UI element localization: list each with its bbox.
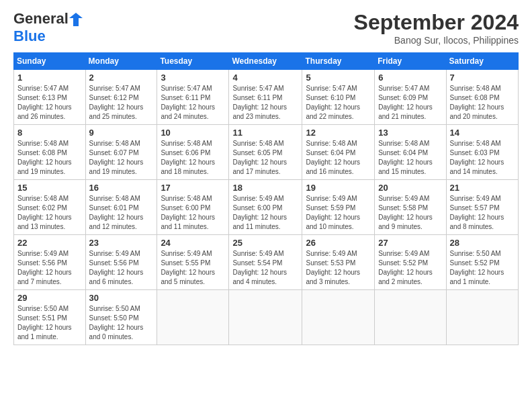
calendar-cell: 9Sunrise: 5:48 AMSunset: 6:07 PMDaylight… [85, 125, 157, 180]
calendar-row-1: 1Sunrise: 5:47 AMSunset: 6:13 PMDaylight… [14, 70, 519, 125]
day-number: 6 [378, 73, 442, 83]
calendar-cell: 20Sunrise: 5:49 AMSunset: 5:58 PMDayligh… [375, 180, 446, 235]
day-number: 1 [17, 73, 82, 83]
day-info: Sunrise: 5:50 AMSunset: 5:52 PMDaylight:… [450, 250, 504, 285]
day-info: Sunrise: 5:48 AMSunset: 6:06 PMDaylight:… [161, 140, 215, 175]
day-number: 28 [450, 238, 515, 248]
col-tuesday: Tuesday [157, 53, 229, 70]
day-info: Sunrise: 5:48 AMSunset: 6:07 PMDaylight:… [89, 140, 144, 175]
day-number: 10 [161, 128, 225, 138]
calendar-cell [446, 290, 518, 345]
day-info: Sunrise: 5:47 AMSunset: 6:12 PMDaylight:… [89, 85, 144, 120]
calendar-cell: 18Sunrise: 5:49 AMSunset: 6:00 PMDayligh… [229, 180, 302, 235]
day-number: 18 [232, 183, 298, 193]
day-number: 11 [232, 128, 298, 138]
logo-text: General Blue [13, 10, 83, 44]
day-info: Sunrise: 5:49 AMSunset: 5:56 PMDaylight:… [17, 250, 72, 285]
calendar-table: Sunday Monday Tuesday Wednesday Thursday… [13, 52, 519, 345]
day-number: 17 [161, 183, 225, 193]
calendar-cell-4: 4Sunrise: 5:47 AMSunset: 6:11 PMDaylight… [229, 70, 302, 125]
day-info: Sunrise: 5:49 AMSunset: 5:52 PMDaylight:… [378, 250, 433, 285]
col-wednesday: Wednesday [229, 53, 302, 70]
day-info: Sunrise: 5:49 AMSunset: 5:58 PMDaylight:… [378, 195, 433, 230]
day-number: 9 [89, 128, 154, 138]
calendar-cell [157, 290, 229, 345]
calendar-cell [302, 290, 375, 345]
calendar-cell: 21Sunrise: 5:49 AMSunset: 5:57 PMDayligh… [446, 180, 518, 235]
day-info: Sunrise: 5:49 AMSunset: 5:53 PMDaylight:… [306, 250, 360, 285]
day-number: 24 [161, 238, 225, 248]
calendar-cell: 12Sunrise: 5:48 AMSunset: 6:04 PMDayligh… [302, 125, 375, 180]
day-info: Sunrise: 5:48 AMSunset: 6:03 PMDaylight:… [450, 140, 504, 175]
calendar-cell: 13Sunrise: 5:48 AMSunset: 6:04 PMDayligh… [375, 125, 446, 180]
day-number: 29 [17, 293, 82, 303]
day-number: 13 [378, 128, 442, 138]
day-number: 15 [17, 183, 82, 193]
month-title: September 2024 [354, 10, 519, 35]
day-info: Sunrise: 5:47 AMSunset: 6:11 PMDaylight:… [161, 85, 215, 120]
calendar-cell: 15Sunrise: 5:48 AMSunset: 6:02 PMDayligh… [14, 180, 86, 235]
day-number: 16 [89, 183, 154, 193]
day-info: Sunrise: 5:49 AMSunset: 5:57 PMDaylight:… [450, 195, 504, 230]
calendar-cell-2: 2Sunrise: 5:47 AMSunset: 6:12 PMDaylight… [85, 70, 157, 125]
col-thursday: Thursday [302, 53, 375, 70]
calendar-cell: 11Sunrise: 5:48 AMSunset: 6:05 PMDayligh… [229, 125, 302, 180]
calendar-cell-5: 5Sunrise: 5:47 AMSunset: 6:10 PMDaylight… [302, 70, 375, 125]
calendar-cell: 16Sunrise: 5:48 AMSunset: 6:01 PMDayligh… [85, 180, 157, 235]
day-info: Sunrise: 5:48 AMSunset: 6:00 PMDaylight:… [161, 195, 215, 230]
calendar-cell: 19Sunrise: 5:49 AMSunset: 5:59 PMDayligh… [302, 180, 375, 235]
day-number: 8 [17, 128, 82, 138]
calendar-row-3: 15Sunrise: 5:48 AMSunset: 6:02 PMDayligh… [14, 180, 519, 235]
day-number: 5 [306, 73, 371, 83]
day-info: Sunrise: 5:48 AMSunset: 6:08 PMDaylight:… [450, 85, 504, 120]
day-info: Sunrise: 5:50 AMSunset: 5:51 PMDaylight:… [17, 305, 72, 340]
day-info: Sunrise: 5:48 AMSunset: 6:02 PMDaylight:… [17, 195, 72, 230]
day-number: 22 [17, 238, 82, 248]
day-info: Sunrise: 5:50 AMSunset: 5:50 PMDaylight:… [89, 305, 144, 340]
svg-marker-0 [69, 13, 83, 26]
day-number: 7 [450, 73, 515, 83]
logo: General Blue [13, 10, 83, 44]
day-number: 12 [306, 128, 371, 138]
day-number: 2 [89, 73, 154, 83]
day-number: 19 [306, 183, 371, 193]
calendar-cell: 29Sunrise: 5:50 AMSunset: 5:51 PMDayligh… [14, 290, 86, 345]
day-number: 3 [161, 73, 225, 83]
calendar-row-4: 22Sunrise: 5:49 AMSunset: 5:56 PMDayligh… [14, 235, 519, 290]
calendar-cell: 25Sunrise: 5:49 AMSunset: 5:54 PMDayligh… [229, 235, 302, 290]
col-friday: Friday [375, 53, 446, 70]
day-info: Sunrise: 5:47 AMSunset: 6:13 PMDaylight:… [17, 85, 72, 120]
day-number: 14 [450, 128, 515, 138]
calendar-cell: 8Sunrise: 5:48 AMSunset: 6:08 PMDaylight… [14, 125, 86, 180]
day-number: 4 [232, 73, 298, 83]
day-info: Sunrise: 5:47 AMSunset: 6:09 PMDaylight:… [378, 85, 433, 120]
calendar-cell-1: 1Sunrise: 5:47 AMSunset: 6:13 PMDaylight… [14, 70, 86, 125]
day-number: 21 [450, 183, 515, 193]
day-info: Sunrise: 5:47 AMSunset: 6:10 PMDaylight:… [306, 85, 360, 120]
day-info: Sunrise: 5:49 AMSunset: 5:56 PMDaylight:… [89, 250, 144, 285]
day-info: Sunrise: 5:49 AMSunset: 5:54 PMDaylight:… [232, 250, 287, 285]
title-section: September 2024 Banog Sur, Ilocos, Philip… [354, 10, 519, 46]
day-number: 30 [89, 293, 154, 303]
day-info: Sunrise: 5:48 AMSunset: 6:04 PMDaylight:… [378, 140, 433, 175]
day-info: Sunrise: 5:48 AMSunset: 6:05 PMDaylight:… [232, 140, 287, 175]
col-monday: Monday [85, 53, 157, 70]
calendar-cell: 22Sunrise: 5:49 AMSunset: 5:56 PMDayligh… [14, 235, 86, 290]
calendar-cell: 24Sunrise: 5:49 AMSunset: 5:55 PMDayligh… [157, 235, 229, 290]
day-info: Sunrise: 5:49 AMSunset: 6:00 PMDaylight:… [232, 195, 287, 230]
header: General Blue September 2024 Banog Sur, I… [13, 10, 519, 46]
calendar-cell: 28Sunrise: 5:50 AMSunset: 5:52 PMDayligh… [446, 235, 518, 290]
calendar-cell-6: 6Sunrise: 5:47 AMSunset: 6:09 PMDaylight… [375, 70, 446, 125]
calendar-header-row: Sunday Monday Tuesday Wednesday Thursday… [14, 53, 519, 70]
calendar-cell: 26Sunrise: 5:49 AMSunset: 5:53 PMDayligh… [302, 235, 375, 290]
day-info: Sunrise: 5:49 AMSunset: 5:55 PMDaylight:… [161, 250, 215, 285]
calendar-cell-7: 7Sunrise: 5:48 AMSunset: 6:08 PMDaylight… [446, 70, 518, 125]
calendar-row-2: 8Sunrise: 5:48 AMSunset: 6:08 PMDaylight… [14, 125, 519, 180]
calendar-row-5: 29Sunrise: 5:50 AMSunset: 5:51 PMDayligh… [14, 290, 519, 345]
day-info: Sunrise: 5:48 AMSunset: 6:04 PMDaylight:… [306, 140, 360, 175]
day-info: Sunrise: 5:47 AMSunset: 6:11 PMDaylight:… [232, 85, 287, 120]
day-number: 26 [306, 238, 371, 248]
calendar-cell: 23Sunrise: 5:49 AMSunset: 5:56 PMDayligh… [85, 235, 157, 290]
calendar-cell [375, 290, 446, 345]
calendar-body: 1Sunrise: 5:47 AMSunset: 6:13 PMDaylight… [14, 70, 519, 345]
